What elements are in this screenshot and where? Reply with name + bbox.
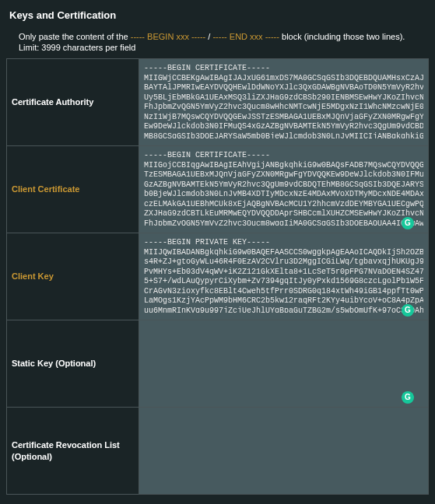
- hint-limit: Limit: 3999 characters per field: [19, 43, 429, 52]
- textarea-client-key[interactable]: [144, 238, 423, 313]
- textarea-static-key[interactable]: [144, 325, 423, 400]
- label-client-cert: Client Certificate: [7, 146, 139, 233]
- hint-line-1: Only paste the content of the ----- BEGI…: [19, 32, 429, 41]
- fields-table: Certificate Authority Client Certificate…: [6, 58, 429, 495]
- textarea-crl[interactable]: [144, 412, 423, 487]
- label-static-key: Static Key (Optional): [7, 320, 139, 408]
- grammarly-badge-icon: G: [402, 217, 414, 229]
- hint-begin-marker: ----- BEGIN xxx -----: [131, 32, 206, 41]
- hint-pre: Only paste the content of the: [19, 32, 131, 41]
- label-crl: Certificate Revocation List (Optional): [7, 408, 139, 495]
- hint-post: block (including those two lines).: [279, 32, 405, 41]
- grammarly-badge-icon: G: [402, 391, 414, 404]
- label-client-key: Client Key: [7, 233, 139, 320]
- label-ca: Certificate Authority: [7, 59, 139, 146]
- grammarly-badge-icon: G: [402, 304, 414, 317]
- textarea-client-cert[interactable]: [144, 151, 423, 226]
- hint-end-marker: ----- END xxx -----: [212, 32, 279, 41]
- textarea-ca[interactable]: [144, 64, 423, 138]
- section-title: Keys and Certification: [9, 9, 429, 21]
